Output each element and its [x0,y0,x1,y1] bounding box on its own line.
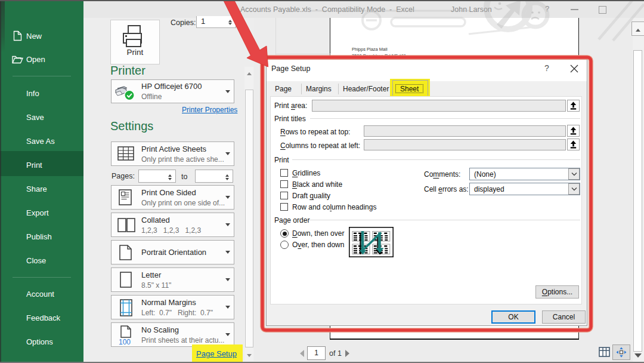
svg-text:100: 100 [119,338,131,345]
